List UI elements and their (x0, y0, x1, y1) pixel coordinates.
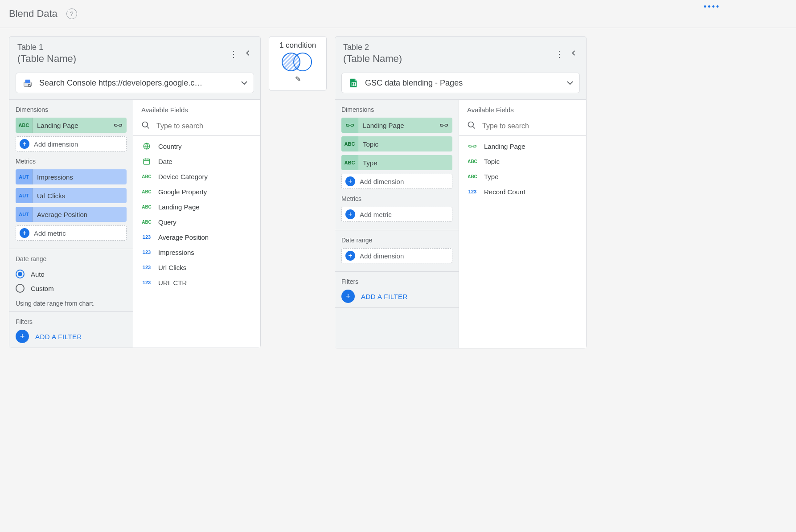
field-label: Landing Page (484, 143, 525, 150)
metrics-heading: Metrics (16, 158, 127, 165)
field-row[interactable]: ABC Query (141, 214, 256, 229)
dimension-chip[interactable]: ABC Topic (341, 136, 452, 151)
join-label: 1 condition (279, 41, 316, 50)
dimension-chip[interactable]: ABC Type (341, 155, 452, 170)
dimension-chip[interactable]: Landing Page (341, 118, 452, 133)
abc-icon: ABC (467, 172, 478, 181)
metric-chip[interactable]: AUT Url Clicks (16, 188, 127, 203)
date-range-custom-radio[interactable]: Custom (16, 281, 127, 295)
field-label: Landing Page (158, 203, 200, 211)
add-label: Add dimension (360, 178, 404, 185)
link-icon (341, 118, 358, 133)
type-badge-abc: ABC (16, 118, 33, 133)
add-label: Add dimension (34, 140, 78, 148)
add-dimension-button[interactable]: + Add dimension (341, 174, 452, 189)
table-subtitle[interactable]: (Table Name) (343, 53, 402, 65)
more-icon[interactable]: ⋮ (555, 49, 564, 59)
source-selector[interactable]: Search Console https://developers.google… (16, 73, 254, 93)
search-input[interactable] (482, 122, 578, 130)
plus-icon: + (20, 139, 29, 149)
metric-chip[interactable]: AUT Average Position (16, 207, 127, 222)
svg-point-3 (143, 122, 148, 127)
search-icon (141, 121, 150, 131)
metric-chip[interactable]: AUT Impressions (16, 169, 127, 184)
drag-handle-icon[interactable]: •••• (704, 2, 720, 12)
dimension-chip[interactable]: ABC Landing Page (16, 118, 127, 133)
plus-icon: + (345, 176, 355, 186)
abc-icon: ABC (141, 217, 152, 226)
field-label: Url Clicks (158, 264, 186, 271)
source-selector[interactable]: GSC data blending - Pages (341, 73, 580, 93)
table-header: Table 2 (Table Name) ⋮ (335, 37, 586, 69)
abc-icon: ABC (141, 187, 152, 196)
search-input[interactable] (156, 122, 252, 130)
source-name: GSC data blending - Pages (365, 78, 561, 88)
header: Blend Data ? •••• (0, 0, 796, 28)
field-label: Country (158, 143, 182, 150)
add-dimension-button[interactable]: + Add dimension (16, 136, 127, 151)
field-row[interactable]: Landing Page (467, 139, 582, 154)
search-console-icon (22, 78, 33, 88)
field-row[interactable]: ABC Type (467, 169, 582, 184)
table-subtitle[interactable]: (Table Name) (17, 53, 76, 65)
date-range-heading: Date range (341, 237, 452, 244)
available-fields-heading: Available Fields (459, 100, 586, 116)
help-icon[interactable]: ? (66, 8, 77, 19)
date-range-auto-radio[interactable]: Auto (16, 267, 127, 281)
radio-selected-icon (16, 270, 25, 278)
source-name: Search Console https://developers.google… (39, 78, 235, 88)
field-row[interactable]: ABC Topic (467, 154, 582, 169)
field-row[interactable]: Date (141, 154, 256, 169)
venn-diagram-icon (282, 53, 314, 72)
field-row[interactable]: ABC Google Property (141, 184, 256, 199)
number-icon: 123 (141, 278, 152, 287)
type-badge-abc: ABC (341, 136, 358, 151)
chip-label: Impressions (33, 173, 127, 181)
sheets-icon (348, 78, 359, 88)
add-filter-button[interactable]: + ADD A FILTER (16, 330, 127, 343)
table-title: Table 1 (17, 43, 76, 52)
number-icon: 123 (467, 187, 478, 196)
field-row[interactable]: 123 URL CTR (141, 275, 256, 290)
add-filter-button[interactable]: + ADD A FILTER (341, 290, 452, 303)
field-label: Device Category (158, 173, 208, 180)
plus-icon: + (341, 290, 355, 303)
field-row[interactable]: ABC Device Category (141, 169, 256, 184)
add-date-dimension-button[interactable]: + Add dimension (341, 248, 452, 263)
number-icon: 123 (141, 233, 152, 241)
field-row[interactable]: 123 Url Clicks (141, 260, 256, 275)
add-filter-label: ADD A FILTER (361, 293, 408, 300)
field-row[interactable]: ABC Landing Page (141, 199, 256, 214)
plus-icon: + (16, 330, 29, 343)
field-label: Record Count (484, 188, 525, 196)
add-metric-button[interactable]: + Add metric (16, 225, 127, 241)
field-row[interactable]: 123 Record Count (467, 184, 582, 199)
field-label: Impressions (158, 249, 194, 256)
field-row[interactable]: 123 Average Position (141, 229, 256, 245)
metrics-heading: Metrics (341, 195, 452, 202)
more-icon[interactable]: ⋮ (229, 49, 238, 59)
chevron-left-icon[interactable] (569, 49, 578, 59)
field-row[interactable]: 123 Impressions (141, 245, 256, 260)
table-title: Table 2 (343, 43, 402, 52)
chevron-left-icon[interactable] (243, 49, 252, 59)
chip-label: Url Clicks (33, 192, 127, 200)
dimensions-heading: Dimensions (16, 106, 127, 113)
type-badge-aut: AUT (16, 188, 33, 203)
table-panel-2: Table 2 (Table Name) ⋮ GSC data blending… (335, 36, 587, 348)
available-fields-list: Landing Page ABC Topic ABC Type 123 Reco… (459, 136, 586, 207)
link-icon (467, 142, 478, 151)
field-label: Query (158, 218, 176, 226)
type-badge-aut: AUT (16, 207, 33, 222)
add-label: Add metric (360, 211, 392, 218)
field-label: Google Property (158, 188, 207, 196)
dimensions-heading: Dimensions (341, 106, 452, 113)
abc-icon: ABC (467, 157, 478, 166)
join-config-button[interactable]: 1 condition ✎ (269, 36, 327, 91)
field-row[interactable]: Country (141, 139, 256, 154)
abc-icon: ABC (141, 172, 152, 181)
plus-icon: + (345, 209, 355, 219)
add-filter-label: ADD A FILTER (35, 333, 82, 340)
add-metric-button[interactable]: + Add metric (341, 207, 452, 222)
number-icon: 123 (141, 248, 152, 257)
